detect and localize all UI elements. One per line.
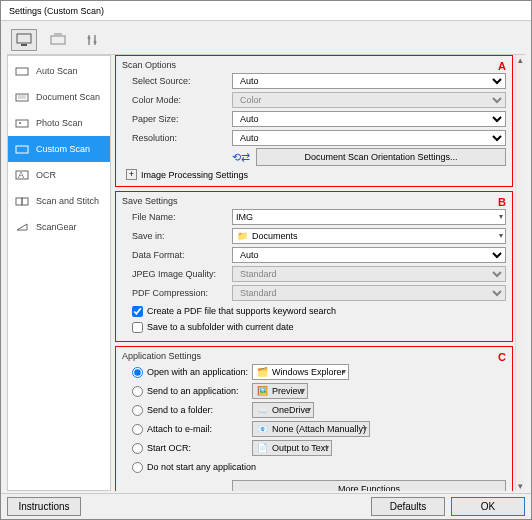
svg-point-8 <box>19 122 21 124</box>
start-ocr-dropdown: 📄Output to Text▾ <box>252 440 332 456</box>
sidebar-item-document-scan[interactable]: Document Scan <box>8 84 110 110</box>
explorer-icon: 🗂️ <box>256 366 268 378</box>
sidebar-item-ocr[interactable]: A OCR <box>8 162 110 188</box>
rotate-icon[interactable]: ⟲⇄ <box>232 151 250 164</box>
plus-icon: + <box>126 169 137 180</box>
sidebar-item-label: Document Scan <box>36 92 100 102</box>
scrollbar[interactable]: ▴▾ <box>515 55 525 491</box>
scan-options-panel: A Scan Options Select Source: Auto Color… <box>115 55 513 187</box>
jpeg-quality-dropdown: Standard <box>232 266 506 282</box>
send-folder-dropdown: ☁️OneDrive▾ <box>252 402 314 418</box>
sidebar-item-label: Custom Scan <box>36 144 90 154</box>
panel-letter-b: B <box>498 196 506 208</box>
paper-size-label: Paper Size: <box>122 114 232 124</box>
open-with-label: Open with an application: <box>147 367 248 377</box>
attach-email-radio[interactable] <box>132 424 143 435</box>
onedrive-icon: ☁️ <box>256 404 268 416</box>
sidebar-item-photo-scan[interactable]: Photo Scan <box>8 110 110 136</box>
body: Auto Scan Document Scan Photo Scan Custo… <box>7 55 525 491</box>
panel-letter-a: A <box>498 60 506 72</box>
subfolder-checkbox[interactable] <box>132 322 143 333</box>
color-mode-dropdown: Color <box>232 92 506 108</box>
instructions-button[interactable]: Instructions <box>7 497 81 516</box>
content-area: Auto Scan Document Scan Photo Scan Custo… <box>1 21 531 493</box>
pdf-compression-dropdown: Standard <box>232 285 506 301</box>
data-format-label: Data Format: <box>122 250 232 260</box>
save-settings-title: Save Settings <box>122 196 506 206</box>
orientation-settings-button[interactable]: Document Scan Orientation Settings... <box>256 148 506 166</box>
save-in-label: Save in: <box>122 231 232 241</box>
open-with-radio[interactable] <box>132 367 143 378</box>
select-source-label: Select Source: <box>122 76 232 86</box>
file-name-combo[interactable]: IMG▾ <box>232 209 506 225</box>
save-in-dropdown[interactable]: 📁Documents▾ <box>232 228 506 244</box>
svg-rect-13 <box>22 198 28 205</box>
titlebar: Settings (Custom Scan) <box>1 1 531 21</box>
main-panel: A Scan Options Select Source: Auto Color… <box>115 55 525 491</box>
send-app-dropdown: 🖼️Preview▾ <box>252 383 308 399</box>
mode-scan-from-computer[interactable] <box>11 29 37 51</box>
mode-general-settings[interactable] <box>79 29 105 51</box>
image-processing-label: Image Processing Settings <box>141 170 248 180</box>
sidebar-item-label: Auto Scan <box>36 66 78 76</box>
photo-scan-icon <box>14 116 30 130</box>
panel-letter-c: C <box>498 351 506 363</box>
sidebar-item-label: OCR <box>36 170 56 180</box>
ok-button[interactable]: OK <box>451 497 525 516</box>
svg-rect-2 <box>51 36 65 44</box>
text-icon: 📄 <box>256 442 268 454</box>
paper-size-dropdown[interactable]: Auto <box>232 111 506 127</box>
open-with-dropdown[interactable]: 🗂️Windows Explorer▾ <box>252 364 349 380</box>
mode-scan-from-panel[interactable] <box>45 29 71 51</box>
pdf-keyword-checkbox[interactable] <box>132 306 143 317</box>
start-ocr-label: Start OCR: <box>147 443 191 453</box>
svg-rect-6 <box>16 94 28 101</box>
subfolder-label: Save to a subfolder with current date <box>147 322 294 332</box>
defaults-button[interactable]: Defaults <box>371 497 445 516</box>
sidebar-item-scan-and-stitch[interactable]: Scan and Stitch <box>8 188 110 214</box>
attach-email-label: Attach to e-mail: <box>147 424 212 434</box>
custom-scan-icon <box>14 142 30 156</box>
attach-email-dropdown: 📧None (Attach Manually)▾ <box>252 421 370 437</box>
no-start-radio[interactable] <box>132 462 143 473</box>
footer: Instructions Defaults OK <box>1 493 531 519</box>
svg-point-3 <box>88 36 91 39</box>
scan-options-title: Scan Options <box>122 60 506 70</box>
mode-toolbar <box>7 25 525 55</box>
preview-icon: 🖼️ <box>256 385 268 397</box>
data-format-dropdown[interactable]: Auto <box>232 247 506 263</box>
svg-rect-1 <box>21 44 27 46</box>
image-processing-expander[interactable]: + Image Processing Settings <box>122 169 506 180</box>
more-functions-button[interactable]: More Functions <box>232 480 506 491</box>
svg-point-4 <box>94 40 97 43</box>
svg-rect-0 <box>17 34 31 43</box>
sidebar-item-label: ScanGear <box>36 222 77 232</box>
stitch-icon <box>14 194 30 208</box>
auto-scan-icon <box>14 64 30 78</box>
resolution-label: Resolution: <box>122 133 232 143</box>
resolution-dropdown[interactable]: Auto <box>232 130 506 146</box>
start-ocr-radio[interactable] <box>132 443 143 454</box>
svg-rect-7 <box>16 120 28 127</box>
sidebar-item-label: Scan and Stitch <box>36 196 99 206</box>
send-folder-radio[interactable] <box>132 405 143 416</box>
application-settings-panel: C Application Settings Open with an appl… <box>115 346 513 491</box>
svg-rect-12 <box>16 198 22 205</box>
no-start-label: Do not start any application <box>147 462 256 472</box>
color-mode-label: Color Mode: <box>122 95 232 105</box>
send-folder-label: Send to a folder: <box>147 405 213 415</box>
svg-rect-9 <box>16 146 28 153</box>
application-settings-title: Application Settings <box>122 351 506 361</box>
document-scan-icon <box>14 90 30 104</box>
sidebar-item-label: Photo Scan <box>36 118 83 128</box>
send-app-radio[interactable] <box>132 386 143 397</box>
save-settings-panel: B Save Settings File Name: IMG▾ Save in:… <box>115 191 513 342</box>
sidebar: Auto Scan Document Scan Photo Scan Custo… <box>7 55 111 491</box>
window-title: Settings (Custom Scan) <box>9 6 104 16</box>
sidebar-item-custom-scan[interactable]: Custom Scan <box>8 136 110 162</box>
ocr-icon: A <box>14 168 30 182</box>
select-source-dropdown[interactable]: Auto <box>232 73 506 89</box>
send-app-label: Send to an application: <box>147 386 239 396</box>
sidebar-item-auto-scan[interactable]: Auto Scan <box>8 58 110 84</box>
sidebar-item-scangear[interactable]: ScanGear <box>8 214 110 240</box>
